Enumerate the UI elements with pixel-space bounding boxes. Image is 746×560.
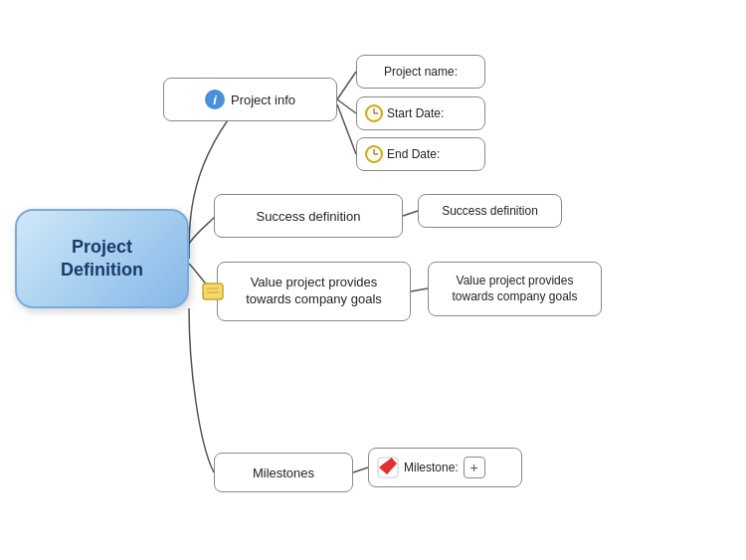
start-date-node: Start Date: <box>356 96 485 130</box>
success-definition-label-node: Success definition <box>418 194 562 228</box>
value-project-node-label: Value project provides towards company g… <box>230 275 398 308</box>
checkmark-icon <box>377 457 399 478</box>
start-date-clock-icon <box>365 104 383 122</box>
start-date-label: Start Date: <box>387 106 444 120</box>
add-milestone-button[interactable]: + <box>464 457 485 478</box>
milestones-label: Milestones <box>253 466 314 480</box>
project-name-label: Project name: <box>384 65 458 79</box>
value-project-label-node: Value project provides towards company g… <box>428 262 602 316</box>
central-node-text: Project Definition <box>61 236 143 282</box>
central-node: Project Definition <box>15 209 189 308</box>
end-date-clock-icon <box>365 145 383 163</box>
key-icon <box>202 282 224 300</box>
svg-rect-0 <box>203 283 223 299</box>
project-name-node: Project name: <box>356 55 485 89</box>
success-definition-label-text: Success definition <box>442 204 538 218</box>
success-definition-node-label: Success definition <box>257 209 361 224</box>
milestone-item-node: Milestone: + <box>368 448 522 487</box>
value-project-label-text: Value project provides towards company g… <box>441 274 589 304</box>
info-icon: i <box>205 90 225 109</box>
project-info-node[interactable]: i Project info <box>163 78 337 121</box>
success-definition-node[interactable]: Success definition <box>214 194 403 238</box>
end-date-label: End Date: <box>387 147 440 161</box>
value-project-node[interactable]: Value project provides towards company g… <box>217 262 411 321</box>
end-date-node: End Date: <box>356 137 485 171</box>
project-info-label: Project info <box>231 93 295 107</box>
milestone-item-label: Milestone: <box>404 461 459 474</box>
milestones-node[interactable]: Milestones <box>214 453 353 492</box>
